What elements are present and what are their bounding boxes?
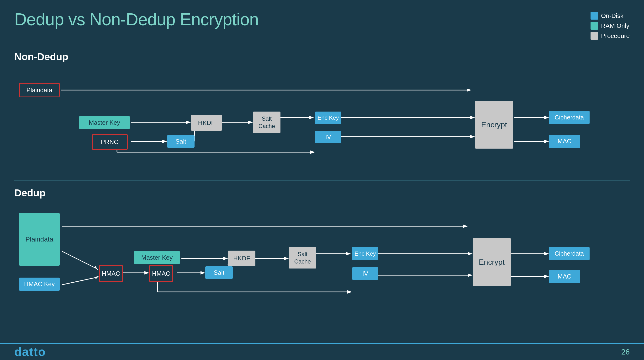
legend-item-procedure: Procedure — [590, 32, 630, 40]
svg-marker-16 — [310, 151, 315, 154]
nondedup-iv: IV — [315, 131, 341, 143]
dedup-label: Dedup — [0, 183, 644, 201]
nondedup-hkdf: HKDF — [191, 115, 222, 131]
dedup-arrows — [14, 204, 630, 309]
dedup-wrapper: Plaindata HMAC Key HMAC HMAC Master Key … — [14, 204, 630, 309]
header: Dedup vs Non-Dedup Encryption On-Disk RA… — [0, 0, 644, 47]
nondedup-salt: Salt — [167, 135, 194, 148]
legend-swatch-blue — [590, 12, 598, 20]
nondedup-prng: PRNG — [92, 134, 128, 150]
nondedup-cipherdata: Cipherdata — [549, 111, 590, 124]
nondedup-salt-cache: Salt Cache — [253, 112, 280, 133]
section-divider — [14, 180, 630, 181]
bottom-bar: datto 26 — [0, 343, 644, 360]
nondedup-mac: MAC — [549, 135, 580, 148]
nondedup-plaindata: Plaindata — [19, 83, 60, 97]
nondedup-wrapper: Plaindata Master Key PRNG Salt HKDF Salt… — [14, 67, 630, 172]
dedup-salt: Salt — [205, 266, 233, 279]
dedup-diagram: Plaindata HMAC Key HMAC HMAC Master Key … — [0, 201, 644, 313]
nondedup-diagram: Plaindata Master Key PRNG Salt HKDF Salt… — [0, 65, 644, 177]
dedup-encrypt: Encrypt — [472, 238, 511, 286]
dedup-hmac1: HMAC — [99, 265, 123, 282]
svg-line-27 — [62, 278, 96, 285]
dedup-hmac2: HMAC — [149, 265, 173, 282]
svg-marker-26 — [94, 266, 98, 270]
svg-marker-49 — [544, 252, 549, 255]
svg-marker-13 — [470, 116, 475, 119]
legend-label-ondisk: On-Disk — [601, 12, 624, 20]
nondedup-label: Non-Dedup — [0, 47, 644, 65]
nondedup-encrypt: Encrypt — [475, 101, 513, 149]
svg-marker-11 — [309, 116, 314, 119]
svg-marker-51 — [544, 275, 549, 278]
dedup-salt-cache: Salt Cache — [289, 247, 316, 268]
svg-line-25 — [62, 251, 96, 268]
legend-swatch-gray — [590, 32, 598, 40]
legend-swatch-teal — [590, 22, 598, 30]
dedup-enc-key: Enc Key — [352, 247, 378, 260]
dedup-mac: MAC — [549, 270, 580, 283]
svg-marker-45 — [347, 290, 352, 294]
nondedup-enc-key: Enc Key — [315, 112, 341, 124]
svg-marker-22 — [544, 140, 549, 143]
dedup-hkdf: HKDF — [228, 251, 256, 266]
page-title: Dedup vs Non-Dedup Encryption — [14, 10, 259, 29]
svg-marker-34 — [200, 271, 205, 274]
svg-marker-18 — [470, 135, 475, 138]
svg-marker-40 — [346, 252, 351, 255]
page-number: 26 — [621, 347, 630, 356]
svg-marker-47 — [468, 273, 472, 277]
svg-marker-32 — [223, 257, 228, 260]
dedup-hmac-key: HMAC Key — [19, 278, 60, 291]
legend-item-ramonly: RAM Only — [590, 22, 630, 30]
svg-marker-38 — [284, 257, 289, 260]
legend: On-Disk RAM Only Procedure — [590, 10, 630, 40]
svg-marker-28 — [94, 276, 99, 279]
dedup-plaindata: Plaindata — [19, 213, 60, 266]
dedup-iv: IV — [352, 267, 378, 280]
legend-item-ondisk: On-Disk — [590, 12, 630, 20]
svg-marker-20 — [544, 116, 549, 119]
dedup-master-key: Master Key — [134, 251, 180, 264]
legend-label-ramonly: RAM Only — [601, 22, 629, 30]
svg-marker-42 — [468, 252, 472, 255]
datto-logo: datto — [14, 345, 46, 359]
legend-label-procedure: Procedure — [601, 32, 630, 40]
svg-marker-24 — [463, 225, 468, 228]
dedup-cipherdata: Cipherdata — [549, 247, 590, 260]
svg-marker-1 — [467, 88, 472, 92]
svg-marker-5 — [162, 140, 167, 143]
svg-marker-30 — [144, 271, 149, 274]
svg-marker-9 — [248, 121, 253, 124]
nondedup-master-key: Master Key — [79, 116, 130, 129]
svg-marker-3 — [186, 121, 191, 124]
